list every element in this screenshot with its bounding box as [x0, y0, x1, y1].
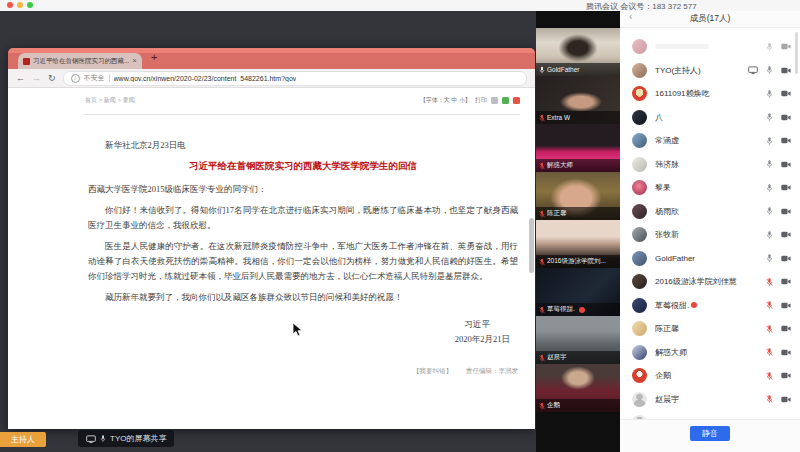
camera-icon[interactable] — [781, 161, 791, 168]
screen-share-indicator[interactable]: TYO的屏幕共享 — [78, 430, 174, 447]
correction-link[interactable]: 【我要纠错】 — [413, 363, 452, 378]
weibo-share-icon[interactable] — [513, 97, 520, 104]
close-tab-icon[interactable]: × — [132, 57, 137, 65]
video-tile-nameplate: Extra W — [536, 111, 620, 124]
mic-icon[interactable] — [766, 347, 773, 357]
member-row[interactable]: 韩济脉 — [620, 153, 800, 177]
camera-icon[interactable] — [781, 255, 791, 262]
member-name: 解惑大师 — [655, 347, 687, 358]
video-tile-nameplate: 赵晨宇 — [536, 351, 620, 364]
member-row[interactable]: 2016级游泳学院刘佳慧 — [620, 270, 800, 294]
video-tile[interactable]: 解惑大师 — [536, 124, 620, 172]
camera-icon[interactable] — [781, 208, 791, 215]
info-icon[interactable]: i — [71, 74, 80, 83]
video-tile[interactable]: 赵晨宇 — [536, 316, 620, 364]
mute-all-button[interactable]: 静音 — [690, 426, 730, 441]
camera-icon[interactable] — [781, 372, 791, 379]
mic-icon[interactable] — [766, 65, 773, 75]
member-controls — [766, 89, 791, 99]
mic-icon[interactable] — [766, 136, 773, 146]
header-divider — [85, 114, 520, 115]
new-tab-button[interactable]: + — [151, 51, 157, 63]
member-row[interactable]: 1611091赖焕吃 — [620, 82, 800, 106]
member-name: 张牧新 — [655, 229, 679, 240]
member-name: 陈正馨 — [655, 323, 679, 334]
meeting-window: 腾讯会议 会议号：183 372 577 习近平给在首钢医院实习的西藏... ×… — [0, 0, 800, 452]
mic-icon[interactable] — [766, 159, 773, 169]
member-row[interactable]: GoldFather — [620, 247, 800, 271]
member-row[interactable]: 杨雨欣 — [620, 200, 800, 224]
breadcrumb[interactable]: 首页 > 新闻 > 要闻 — [85, 96, 135, 105]
member-row[interactable]: 陈正馨 — [620, 317, 800, 341]
member-row[interactable]: 张牧新 — [620, 223, 800, 247]
camera-icon[interactable] — [781, 114, 791, 121]
font-size-tools[interactable]: 【字体：大 中 小】 — [420, 96, 471, 105]
video-tile[interactable]: GoldFather — [536, 28, 620, 76]
security-label: 不安全 — [84, 73, 105, 83]
browser-toolbar: ← → ↻ i 不安全 www.gov.cn/xinwen/2020-02/23… — [8, 69, 535, 88]
mic-icon[interactable] — [766, 253, 773, 263]
avatar — [632, 180, 647, 195]
member-row[interactable] — [620, 35, 800, 59]
avatar — [632, 321, 647, 336]
camera-icon[interactable] — [781, 43, 791, 50]
camera-icon[interactable] — [781, 90, 791, 97]
address-bar[interactable]: i 不安全 www.gov.cn/xinwen/2020-02/23/conte… — [63, 71, 527, 86]
camera-icon[interactable] — [781, 231, 791, 238]
mic-icon[interactable] — [766, 300, 773, 310]
participant-name: GoldFather — [547, 66, 580, 73]
camera-icon[interactable] — [781, 396, 791, 403]
close-window-button[interactable] — [7, 2, 13, 8]
refresh-icon[interactable]: ↻ — [48, 74, 56, 83]
member-row[interactable]: 常涵虚 — [620, 129, 800, 153]
members-scrollbar[interactable] — [795, 32, 798, 74]
camera-icon[interactable] — [781, 137, 791, 144]
screen-share-icon — [748, 66, 758, 74]
mic-icon[interactable] — [766, 206, 773, 216]
zoom-window-button[interactable] — [27, 2, 33, 8]
chevron-back-icon[interactable]: ‹ — [629, 12, 632, 22]
camera-icon[interactable] — [781, 278, 791, 285]
member-row[interactable]: 企鹅 — [620, 364, 800, 388]
wechat-share-icon[interactable] — [502, 97, 509, 104]
video-tile[interactable]: 陈正馨 — [536, 172, 620, 220]
mic-icon — [539, 162, 545, 170]
share-icon[interactable] — [491, 97, 498, 104]
video-tile[interactable]: 草莓很甜. — [536, 268, 620, 316]
forward-icon[interactable]: → — [32, 74, 41, 83]
mic-icon — [539, 210, 545, 218]
member-row[interactable]: 八 — [620, 106, 800, 130]
back-icon[interactable]: ← — [16, 74, 25, 83]
mic-icon[interactable] — [766, 394, 773, 404]
member-name: 2016级游泳学院刘佳慧 — [655, 276, 737, 287]
browser-tab[interactable]: 习近平给在首钢医院实习的西藏... × — [18, 53, 142, 69]
member-name: 草莓很甜. — [655, 300, 689, 311]
camera-icon[interactable] — [781, 67, 791, 74]
member-controls — [766, 253, 791, 263]
mic-icon[interactable] — [766, 183, 773, 193]
camera-icon[interactable] — [781, 349, 791, 356]
minimize-window-button[interactable] — [17, 2, 23, 8]
mic-icon[interactable] — [766, 371, 773, 381]
mic-icon[interactable] — [766, 89, 773, 99]
camera-icon[interactable] — [781, 184, 791, 191]
camera-icon[interactable] — [781, 325, 791, 332]
member-row[interactable]: 黎杲 — [620, 176, 800, 200]
mic-icon[interactable] — [766, 112, 773, 122]
page-scrollbar[interactable] — [529, 218, 534, 273]
video-tile[interactable]: Extra W — [536, 76, 620, 124]
print-link[interactable]: 打印 — [475, 96, 487, 105]
participant-name: 2016级游泳学院刘... — [547, 257, 606, 266]
mic-icon[interactable] — [766, 277, 773, 287]
member-row[interactable]: TYO(主持人) — [620, 59, 800, 83]
camera-icon[interactable] — [781, 302, 791, 309]
member-row[interactable]: 赵晨宇 — [620, 388, 800, 412]
mic-icon[interactable] — [766, 230, 773, 240]
member-row[interactable]: 解惑大师 — [620, 341, 800, 365]
video-tile[interactable]: 企鹅 — [536, 364, 620, 412]
mic-icon[interactable] — [766, 324, 773, 334]
member-row[interactable]: 草莓很甜. — [620, 294, 800, 318]
avatar — [632, 345, 647, 360]
video-tile[interactable]: 2016级游泳学院刘... — [536, 220, 620, 268]
mic-icon[interactable] — [766, 42, 773, 52]
